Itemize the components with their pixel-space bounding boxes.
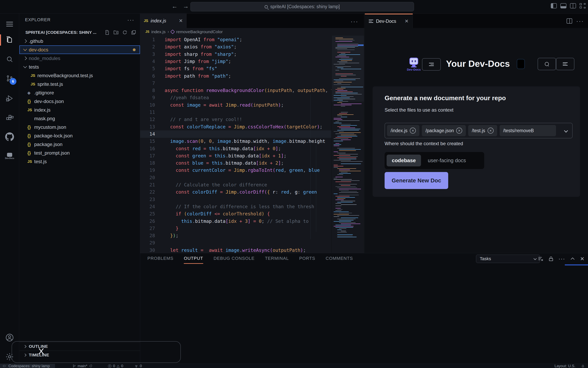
panel-tab-output[interactable]: OUTPUT bbox=[184, 256, 203, 262]
panel-tab-problems[interactable]: PROBLEMS bbox=[147, 256, 173, 262]
tree-item-index-js[interactable]: JSindex.js bbox=[19, 106, 140, 114]
code-line-10[interactable]: 10 const image = await Jimp.read(inputPa… bbox=[140, 101, 331, 109]
tree-item--gitignore[interactable]: ◆.gitignore bbox=[19, 88, 140, 97]
code-line-5[interactable]: 5import fs from "fs" bbox=[140, 65, 331, 72]
breadcrumb-file[interactable]: index.js bbox=[151, 29, 165, 34]
git-branch-status[interactable]: main* bbox=[72, 364, 92, 368]
panel-tab-terminal[interactable]: TERMINAL bbox=[265, 256, 289, 262]
run-debug-icon[interactable] bbox=[0, 91, 19, 106]
tab-close-icon[interactable]: ✕ bbox=[179, 18, 183, 24]
context-files-multiselect[interactable]: /index.js✕/package.json✕/test.js✕/tests/… bbox=[385, 123, 573, 138]
chip-remove-icon[interactable]: ✕ bbox=[456, 128, 462, 134]
code-line-27[interactable]: 27 } bbox=[140, 225, 331, 232]
tab-index-js[interactable]: JS index.js ✕ bbox=[140, 14, 187, 28]
code-line-13[interactable]: 13 const colorToReplace = Jimp.cssColorT… bbox=[140, 123, 331, 130]
search-sidebar-icon[interactable] bbox=[0, 52, 19, 66]
timeline-section[interactable]: TIMELINE bbox=[19, 351, 140, 359]
close-panel-icon[interactable]: ✕ bbox=[580, 256, 584, 262]
code-line-14[interactable]: 14 bbox=[140, 130, 331, 138]
extensions-icon[interactable] bbox=[0, 110, 19, 125]
code-line-2[interactable]: 2import axios from "axios"; bbox=[140, 43, 331, 50]
code-line-16[interactable]: 16 const red = this.bitmap.data[idx + 0]… bbox=[140, 145, 331, 152]
code-line-28[interactable]: 28 }); bbox=[140, 232, 331, 239]
tree-item-sprite-test-js[interactable]: JSsprite.test.js bbox=[19, 80, 140, 88]
code-line-4[interactable]: 4import Jimp from "jimp"; bbox=[140, 58, 331, 65]
clear-output-icon[interactable] bbox=[538, 256, 544, 262]
tab-devdocs[interactable]: Dev-Docs ✕ bbox=[365, 14, 413, 28]
code-line-19[interactable]: 19 const currentColor = Jimp.rgbaToInt(r… bbox=[140, 167, 331, 174]
new-file-icon[interactable] bbox=[104, 30, 110, 35]
tree-item-test-js[interactable]: JStest.js bbox=[19, 157, 140, 166]
code-line-11[interactable]: 11 bbox=[140, 109, 331, 116]
code-line-24[interactable]: 24 // If the color difference is less th… bbox=[140, 203, 331, 210]
tree-item-removebackground-test-js[interactable]: JSremoveBackground.test.js bbox=[19, 71, 140, 80]
code-line-20[interactable]: 20 bbox=[140, 174, 331, 181]
notifications-bell-icon[interactable] bbox=[581, 364, 585, 368]
problems-status[interactable]: ✕ 0 △ 0 bbox=[108, 364, 123, 368]
code-line-6[interactable]: 6import path from "path"; bbox=[140, 72, 331, 80]
panel-more-icon[interactable]: ··· bbox=[558, 256, 565, 262]
toggle-panel-icon[interactable] bbox=[560, 3, 566, 9]
sync-icon[interactable] bbox=[89, 364, 92, 368]
generate-new-doc-button[interactable]: Generate New Doc bbox=[385, 172, 448, 189]
remote-indicator[interactable]: Codespaces: shiny lamp bbox=[0, 364, 55, 368]
tree-item-dev-docs[interactable]: dev-docs bbox=[19, 46, 140, 54]
command-center-search[interactable]: spriteAI [Codespaces: shiny lamp] bbox=[190, 2, 414, 11]
segment-codebase[interactable]: codebase bbox=[386, 155, 421, 166]
lock-icon[interactable] bbox=[548, 256, 554, 262]
tree-item-mycustom-json[interactable]: {}mycustom.json bbox=[19, 123, 140, 131]
code-line-1[interactable]: 1import OpenAI from "openai"; bbox=[140, 36, 331, 43]
context-chip[interactable]: /tests/removeB bbox=[500, 125, 556, 136]
code-editor[interactable]: 1import OpenAI from "openai";2import axi… bbox=[140, 36, 331, 253]
collapse-folders-icon[interactable] bbox=[131, 30, 136, 35]
refresh-icon[interactable] bbox=[122, 30, 128, 35]
context-chip[interactable]: /test.js✕ bbox=[468, 125, 497, 136]
tree-item-mask-png[interactable]: mask.png bbox=[19, 114, 140, 123]
editor-actions-more-icon[interactable]: ··· bbox=[351, 18, 358, 25]
code-line-15[interactable]: 15 image.scan(0, 0, image.bitmap.width, … bbox=[140, 138, 331, 145]
tree-item-package-json[interactable]: {}package.json bbox=[19, 140, 140, 149]
toggle-sidebar-icon[interactable] bbox=[551, 3, 557, 9]
github-icon[interactable] bbox=[0, 129, 19, 144]
panel-tab-ports[interactable]: PORTS bbox=[299, 256, 315, 262]
ports-status[interactable]: 0 bbox=[134, 364, 142, 368]
context-chip[interactable]: /index.js✕ bbox=[387, 125, 419, 136]
tree-item-node-modules[interactable]: node_modules bbox=[19, 54, 140, 63]
nav-back-icon[interactable]: ← bbox=[172, 3, 178, 9]
chevron-down-icon[interactable] bbox=[564, 129, 568, 133]
tree-item--github[interactable]: .github bbox=[19, 37, 140, 46]
tree-item-dev-docs-json[interactable]: {}dev-docs.json bbox=[19, 97, 140, 106]
code-line-3[interactable]: 3import sharp from "sharp"; bbox=[140, 51, 331, 58]
tree-item-test-prompt-json[interactable]: {}test_prompt.json bbox=[19, 149, 140, 157]
customize-layout-icon[interactable] bbox=[579, 3, 586, 9]
maximize-panel-icon[interactable] bbox=[570, 256, 576, 262]
tree-item-tests[interactable]: tests bbox=[19, 63, 140, 71]
code-line-29[interactable]: 29 bbox=[140, 239, 331, 246]
menu-icon[interactable] bbox=[0, 17, 19, 31]
new-folder-icon[interactable] bbox=[113, 30, 119, 35]
toggle-secondary-sidebar-icon[interactable] bbox=[570, 3, 576, 9]
collapse-menu-button[interactable] bbox=[422, 58, 441, 71]
split-editor-icon[interactable] bbox=[567, 18, 572, 24]
breadcrumb-symbol[interactable]: removeBackgroundColor bbox=[176, 29, 223, 34]
code-line-30[interactable]: 30 let result = await image.writeAsync(o… bbox=[140, 247, 331, 253]
settings-gear-icon[interactable] bbox=[0, 350, 19, 364]
panel-tab-debug-console[interactable]: DEBUG CONSOLE bbox=[214, 256, 255, 262]
account-icon[interactable] bbox=[0, 331, 19, 345]
docs-search-button[interactable] bbox=[538, 58, 556, 70]
code-line-21[interactable]: 21 // Calculate the color difference bbox=[140, 181, 331, 188]
keyboard-layout[interactable]: Layout: U.S. bbox=[554, 364, 575, 368]
code-line-26[interactable]: 26 this.bitmap.data[idx + 3] = 0; // Set… bbox=[140, 218, 331, 225]
code-line-12[interactable]: 12 // r and t are very cool!! bbox=[140, 116, 331, 123]
code-line-7[interactable]: 7 bbox=[140, 80, 331, 87]
chip-remove-icon[interactable]: ✕ bbox=[410, 128, 416, 134]
breadcrumb[interactable]: JS index.js › removeBackgroundColor bbox=[140, 28, 364, 36]
docs-list-button[interactable] bbox=[556, 58, 574, 70]
output-channel-select[interactable]: Tasks bbox=[476, 255, 540, 263]
context-chip[interactable]: /package.json✕ bbox=[422, 125, 466, 136]
sidebar-more-icon[interactable]: ··· bbox=[127, 16, 134, 23]
devdocs-extension-icon[interactable]: Dev-Docs bbox=[0, 149, 19, 163]
code-line-23[interactable]: 23 bbox=[140, 196, 331, 203]
panel-tab-comments[interactable]: COMMENTS bbox=[326, 256, 353, 262]
tree-item-package-lock-json[interactable]: {}package-lock.json bbox=[19, 131, 140, 140]
